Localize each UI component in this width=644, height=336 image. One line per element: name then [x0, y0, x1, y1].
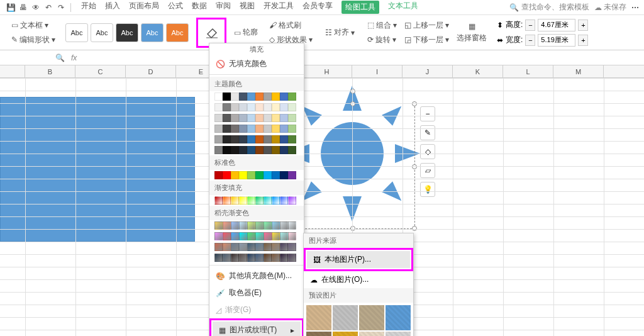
preset-gradient-swatch[interactable] [255, 232, 264, 240]
unsaved-indicator[interactable]: ☁ 未保存 [594, 2, 626, 13]
color-swatch[interactable] [288, 125, 296, 133]
preset-gradient-swatch[interactable] [272, 221, 280, 230]
style-preset-3[interactable]: Abc [116, 23, 138, 42]
column-header[interactable]: H [302, 65, 352, 77]
rotate-button[interactable]: ⟳旋转▾ [365, 33, 399, 47]
preset-gradient-swatch[interactable] [239, 232, 247, 240]
gradient-swatch[interactable] [288, 196, 296, 204]
color-swatch[interactable] [272, 146, 280, 154]
color-swatch[interactable] [214, 135, 223, 143]
print-icon[interactable]: 🖶 [18, 2, 29, 13]
tab-start[interactable]: 开始 [81, 1, 96, 14]
texture-preset[interactable] [386, 332, 411, 336]
color-swatch[interactable] [272, 125, 280, 133]
preset-gradient-swatch[interactable] [280, 243, 288, 251]
preset-gradient-swatch[interactable] [272, 232, 280, 240]
preset-gradient-swatch[interactable] [231, 243, 239, 251]
color-swatch[interactable] [255, 125, 264, 133]
color-swatch[interactable] [280, 114, 288, 122]
gradient-swatch[interactable] [214, 196, 223, 204]
preset-gradient-swatch[interactable] [288, 221, 296, 230]
color-swatch[interactable] [214, 114, 223, 122]
resize-handle[interactable] [350, 226, 355, 231]
preset-gradient-swatch[interactable] [247, 254, 255, 262]
tab-member[interactable]: 会员专享 [303, 1, 333, 14]
float-tip[interactable]: 💡 [420, 182, 435, 197]
align-button[interactable]: ☷对齐▾ [323, 26, 357, 39]
preset-gradient-swatch[interactable] [264, 221, 272, 230]
preset-gradient-swatch[interactable] [247, 221, 255, 230]
color-swatch[interactable] [239, 135, 247, 143]
texture-preset[interactable] [386, 305, 411, 330]
tab-dev[interactable]: 开发工具 [264, 1, 294, 14]
color-swatch[interactable] [231, 125, 239, 133]
color-swatch[interactable] [231, 103, 239, 111]
color-swatch[interactable] [239, 146, 247, 154]
texture-item[interactable]: ▦图片或纹理(T)▸ [213, 322, 301, 336]
color-swatch[interactable] [214, 146, 223, 154]
color-swatch[interactable] [272, 92, 280, 101]
style-preset-4[interactable]: Abc [141, 23, 164, 42]
color-swatch[interactable] [214, 103, 223, 111]
preset-gradient-swatch[interactable] [255, 221, 264, 230]
format-painter-button[interactable]: 🖌格式刷 [267, 19, 315, 32]
preset-gradient-swatch[interactable] [214, 221, 223, 230]
color-swatch[interactable] [223, 103, 231, 111]
gradient-swatch[interactable] [239, 196, 247, 204]
color-swatch[interactable] [223, 114, 231, 122]
texture-preset[interactable] [359, 305, 384, 330]
resize-handle[interactable] [412, 226, 417, 231]
gradient-swatch[interactable] [280, 196, 288, 204]
combine-button[interactable]: ⬚组合▾ [365, 19, 399, 32]
eyedropper-item[interactable]: 💉取色器(E) [209, 284, 304, 301]
color-swatch[interactable] [264, 171, 272, 179]
preset-gradient-swatch[interactable] [280, 232, 288, 240]
bring-forward-button[interactable]: ◱上移一层▾ [402, 19, 452, 32]
color-swatch[interactable] [288, 103, 296, 111]
tab-insert[interactable]: 插入 [105, 1, 120, 14]
color-swatch[interactable] [223, 125, 231, 133]
color-swatch[interactable] [264, 92, 272, 101]
edit-shape-button[interactable]: ✎编辑形状▾ [9, 33, 58, 47]
resize-handle[interactable] [412, 164, 417, 169]
column-header[interactable]: K [453, 65, 503, 77]
resize-handle[interactable] [412, 101, 417, 106]
color-swatch[interactable] [247, 103, 255, 111]
color-swatch[interactable] [247, 125, 255, 133]
gradient-item[interactable]: ◿渐变(G) [209, 301, 304, 318]
color-swatch[interactable] [231, 135, 239, 143]
preset-gradient-swatch[interactable] [272, 254, 280, 262]
color-swatch[interactable] [231, 171, 239, 179]
redo-icon[interactable]: ↷ [55, 2, 67, 13]
color-swatch[interactable] [247, 92, 255, 101]
preset-gradient-swatch[interactable] [223, 254, 231, 262]
color-swatch[interactable] [255, 103, 264, 111]
color-swatch[interactable] [264, 146, 272, 154]
color-swatch[interactable] [223, 171, 231, 179]
color-swatch[interactable] [239, 92, 247, 101]
color-swatch[interactable] [280, 92, 288, 101]
tab-formula[interactable]: 公式 [168, 1, 183, 14]
tab-review[interactable]: 审阅 [216, 1, 231, 14]
save-icon[interactable]: 💾 [5, 2, 16, 13]
color-swatch[interactable] [214, 171, 223, 179]
float-pen[interactable]: ✎ [420, 125, 435, 140]
color-swatch[interactable] [214, 92, 223, 101]
column-header[interactable] [0, 65, 25, 77]
preview-icon[interactable]: 👁 [30, 2, 42, 13]
color-swatch[interactable] [247, 171, 255, 179]
more-icon[interactable]: ⋯ [631, 3, 639, 12]
color-swatch[interactable] [288, 135, 296, 143]
color-swatch[interactable] [255, 92, 264, 101]
selection-pane-button[interactable]: ▦选择窗格 [454, 21, 489, 45]
column-header[interactable]: C [75, 65, 126, 77]
color-swatch[interactable] [247, 146, 255, 154]
resize-handle[interactable] [350, 101, 355, 106]
send-backward-button[interactable]: ◲下移一层▾ [402, 33, 452, 47]
color-swatch[interactable] [288, 171, 296, 179]
width-minus[interactable]: − [525, 35, 535, 46]
fill-button[interactable] [199, 21, 223, 45]
preset-gradient-swatch[interactable] [214, 254, 223, 262]
preset-gradient-swatch[interactable] [280, 221, 288, 230]
style-preset-2[interactable]: Abc [91, 23, 113, 42]
